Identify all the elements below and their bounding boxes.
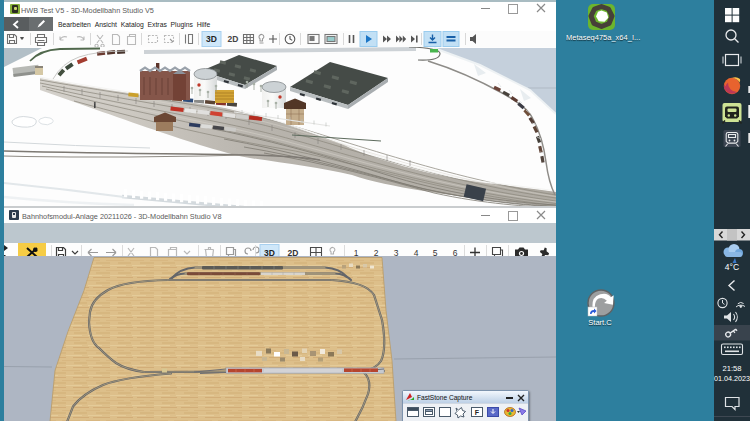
svg-text:F: F xyxy=(475,409,480,416)
svg-text:4°C: 4°C xyxy=(725,262,739,272)
svg-text:01.04.2023: 01.04.2023 xyxy=(714,374,750,383)
svg-text:3D: 3D xyxy=(206,34,217,44)
svg-text:2D: 2D xyxy=(228,34,239,44)
svg-text:21:58: 21:58 xyxy=(722,364,741,373)
